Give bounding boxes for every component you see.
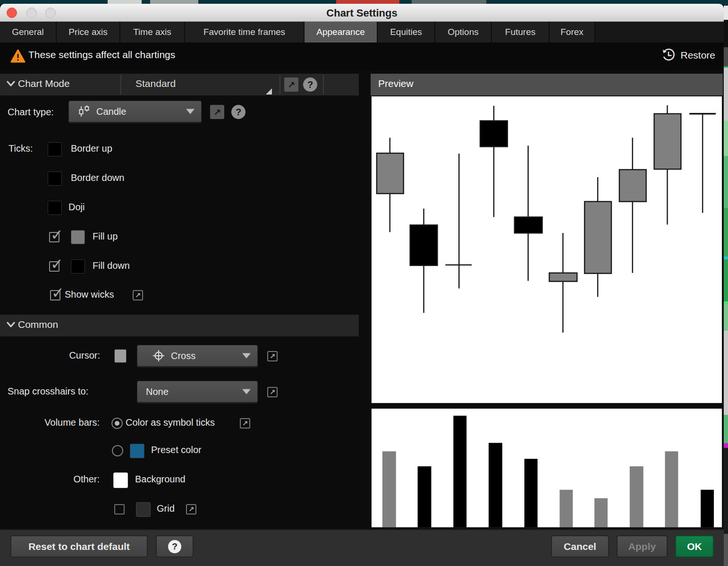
- detach-icon[interactable]: ↗: [210, 105, 224, 119]
- show-wicks-label: Show wicks: [65, 289, 114, 300]
- snap-crosshairs-label: Snap crosshairs to:: [8, 386, 88, 397]
- chart-type-dropdown[interactable]: Candle: [68, 101, 202, 123]
- tab-forex[interactable]: Forex: [550, 22, 595, 43]
- tab-appearance[interactable]: Appearance: [305, 22, 378, 43]
- fill-up-swatch[interactable]: [71, 230, 85, 244]
- volume-bars-label: Volume bars:: [7, 417, 100, 428]
- background-label: Background: [135, 474, 186, 485]
- detach-icon[interactable]: ↗: [284, 77, 298, 92]
- help-icon[interactable]: ?: [303, 77, 317, 92]
- candle-chart-icon: [77, 105, 91, 118]
- settings-content: Chart Mode Standard ↗ ? Chart type: Cand…: [0, 70, 724, 529]
- ok-button[interactable]: OK: [675, 535, 714, 557]
- color-as-symbol-ticks-radio[interactable]: [111, 418, 123, 429]
- snap-value: None: [146, 386, 169, 397]
- chart-type-value: Candle: [96, 106, 126, 117]
- chevron-down-icon: [7, 321, 15, 328]
- cursor-color-swatch[interactable]: [114, 349, 127, 363]
- warning-text: These settings affect all chartings: [28, 49, 175, 60]
- color-as-symbol-ticks-label: Color as symbol ticks: [126, 417, 215, 428]
- border-up-label: Border up: [71, 143, 112, 154]
- chart-mode-dropdown[interactable]: Standard: [135, 78, 176, 89]
- detach-icon[interactable]: ↗: [267, 387, 278, 397]
- fill-down-swatch[interactable]: [71, 259, 85, 274]
- section-common[interactable]: Common: [0, 315, 359, 336]
- ticks-label: Ticks:: [8, 143, 33, 154]
- preview-volume-chart: [371, 408, 723, 528]
- title-bar[interactable]: Chart Settings: [0, 4, 724, 22]
- history-clock-icon: [661, 48, 676, 62]
- detach-icon[interactable]: ↗: [240, 418, 250, 429]
- other-label: Other:: [7, 474, 100, 485]
- preset-color-radio[interactable]: [112, 445, 123, 456]
- cursor-dropdown[interactable]: Cross: [137, 345, 258, 368]
- fill-up-checkbox[interactable]: [49, 232, 59, 242]
- show-wicks-checkbox[interactable]: [50, 290, 60, 300]
- fill-up-label: Fill up: [93, 231, 118, 242]
- background-app-right-sliver: [724, 0, 728, 566]
- tab-favorite-time-frames[interactable]: Favorite time frames: [185, 22, 305, 43]
- border-up-swatch[interactable]: [48, 142, 62, 156]
- chart-mode-dropdown-corner: [266, 88, 272, 94]
- tab-time-axis[interactable]: Time axis: [120, 22, 185, 43]
- section-title-chart-mode: Chart Mode: [18, 78, 70, 89]
- preset-color-swatch[interactable]: [130, 444, 144, 458]
- tab-equities[interactable]: Equities: [378, 22, 435, 43]
- preview-header: Preview: [371, 74, 723, 95]
- dropdown-caret-icon: [242, 353, 251, 359]
- divider: [279, 75, 280, 94]
- reset-to-chart-default-button[interactable]: Reset to chart default: [10, 535, 148, 557]
- dropdown-caret-icon: [186, 109, 195, 114]
- preview-candlestick-chart: [371, 95, 723, 404]
- screen: Chart Settings General Price axis Time a…: [0, 0, 728, 566]
- section-title-common: Common: [18, 319, 58, 330]
- snap-crosshairs-dropdown[interactable]: None: [137, 381, 258, 403]
- divider: [120, 75, 121, 94]
- doji-swatch[interactable]: [48, 201, 62, 215]
- tab-price-axis[interactable]: Price axis: [57, 22, 120, 43]
- tab-bar: General Price axis Time axis Favorite ti…: [0, 22, 724, 43]
- tab-futures[interactable]: Futures: [492, 22, 550, 43]
- footer-bar: Reset to chart default ? Cancel Apply OK: [0, 529, 724, 566]
- detach-icon[interactable]: ↗: [186, 504, 196, 515]
- doji-label: Doji: [68, 202, 85, 213]
- question-mark-icon: ?: [168, 540, 181, 553]
- border-down-label: Border down: [71, 172, 124, 183]
- grid-color-swatch[interactable]: [136, 502, 151, 517]
- preview-title: Preview: [378, 78, 414, 89]
- section-chart-mode[interactable]: Chart Mode Standard ↗ ?: [0, 74, 359, 95]
- apply-button[interactable]: Apply: [617, 535, 668, 557]
- help-icon[interactable]: ?: [231, 105, 245, 119]
- tab-general[interactable]: General: [0, 22, 57, 43]
- cancel-button[interactable]: Cancel: [551, 535, 609, 557]
- detach-icon[interactable]: ↗: [267, 351, 278, 361]
- chart-settings-dialog: Chart Settings General Price axis Time a…: [0, 4, 724, 566]
- background-color-swatch[interactable]: [113, 472, 128, 488]
- restore-button[interactable]: Restore: [661, 48, 715, 62]
- detach-icon[interactable]: ↗: [133, 290, 143, 300]
- restore-label: Restore: [680, 50, 715, 61]
- grid-label: Grid: [157, 503, 175, 514]
- warning-icon: [10, 49, 25, 63]
- crosshair-icon: [152, 350, 165, 362]
- border-down-swatch[interactable]: [48, 172, 62, 186]
- grid-checkbox[interactable]: [114, 504, 125, 515]
- chevron-down-icon: [7, 80, 15, 87]
- warning-banner: These settings affect all chartings Rest…: [0, 43, 724, 70]
- help-button[interactable]: ?: [156, 535, 194, 557]
- fill-down-checkbox[interactable]: [49, 261, 59, 272]
- dropdown-caret-icon: [242, 389, 251, 394]
- cursor-value: Cross: [171, 351, 195, 361]
- divider: [323, 75, 324, 94]
- fill-down-label: Fill down: [93, 260, 130, 271]
- preset-color-label: Preset color: [151, 445, 202, 455]
- cursor-label: Cursor:: [8, 350, 100, 361]
- chart-type-label: Chart type:: [8, 107, 54, 118]
- window-title: Chart Settings: [0, 7, 724, 19]
- tab-options[interactable]: Options: [435, 22, 492, 43]
